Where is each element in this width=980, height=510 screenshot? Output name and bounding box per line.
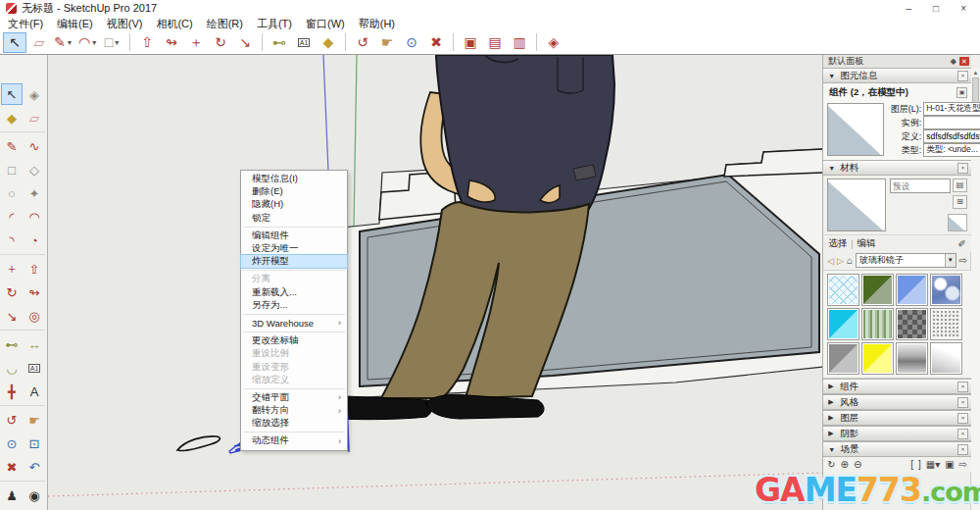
material-swatch-cyan-glass[interactable] — [827, 308, 859, 340]
definition-field[interactable] — [923, 129, 980, 143]
shadows-section-header[interactable]: ▶ 阴影 × — [823, 426, 971, 441]
select-tool[interactable]: ↖ — [3, 32, 26, 53]
menu-item-intersect-faces[interactable]: 交错平面› — [241, 391, 347, 404]
menu-file[interactable]: 文件(F) — [8, 17, 43, 31]
panel-menu-icon[interactable]: ⇨ — [959, 459, 967, 470]
rotated-rectangle-tool[interactable]: ◇ — [24, 159, 45, 180]
follow-me-tool[interactable]: ↬ — [160, 32, 183, 53]
line-tool[interactable]: ✎ — [1, 135, 23, 157]
maximize-button[interactable]: □ — [933, 1, 939, 16]
pie-tool[interactable]: ◔ — [24, 230, 45, 251]
push-pull-tool[interactable]: ⇧ — [24, 258, 45, 280]
freehand-tool[interactable]: ∿ — [24, 135, 45, 157]
text-tool[interactable]: A1 — [292, 32, 316, 53]
make-component-tool[interactable]: ◈ — [24, 83, 45, 105]
menu-tools[interactable]: 工具(T) — [257, 17, 292, 31]
material-swatch-white-mirror[interactable] — [930, 342, 962, 375]
3d-text-tool[interactable]: A — [24, 381, 45, 402]
menu-item-lock[interactable]: 锁定 — [241, 212, 347, 225]
close-button[interactable]: × — [960, 1, 966, 16]
type-dropdown[interactable]: 类型: <unde... ▼ — [923, 143, 980, 157]
section-close-icon[interactable]: × — [957, 397, 968, 408]
protractor-tool[interactable]: ◡ — [1, 357, 23, 379]
extension-warehouse-button[interactable]: ◈ — [542, 32, 565, 53]
collapse-triangle-icon[interactable]: ▼ — [828, 165, 836, 172]
text-tool[interactable]: A1 — [24, 357, 45, 379]
zoom-extents-tool[interactable]: ✖ — [424, 32, 448, 53]
menu-draw[interactable]: 绘图(R) — [207, 17, 243, 31]
collapse-triangle-icon[interactable]: ▼ — [828, 73, 836, 79]
circle-tool[interactable]: ○ — [1, 182, 23, 204]
entity-info-header[interactable]: ▼ 图元信息 × — [823, 68, 971, 83]
forward-arrow-icon[interactable]: ▷ — [837, 256, 844, 266]
delete-scene-icon[interactable]: ⊖ — [854, 459, 861, 470]
menu-item-change-axes[interactable]: 更改坐标轴 — [241, 334, 347, 347]
section-close-icon[interactable]: × — [957, 382, 968, 392]
rotate-tool[interactable]: ↻ — [1, 281, 23, 303]
details-toggle-icon[interactable]: ▣ — [956, 87, 967, 98]
menu-item-3d-warehouse[interactable]: 3D Warehouse› — [241, 317, 347, 330]
position-camera-tool[interactable]: ♟ — [1, 484, 23, 506]
tray-header[interactable]: 默认面板 ◆ ✕ — [823, 55, 971, 68]
look-around-tool[interactable]: ◉ — [24, 484, 45, 506]
material-swatch-yellow-glass[interactable] — [861, 342, 894, 375]
display-panes-icon[interactable]: ▤ — [953, 178, 967, 192]
menu-item-zoom-selection[interactable]: 缩放选择 — [241, 417, 347, 430]
arc-tool[interactable]: ◠▼ — [76, 32, 100, 53]
eraser-tool[interactable]: ▱ — [27, 32, 51, 53]
view-options-icon[interactable]: ▦▾ — [926, 459, 940, 470]
material-swatch-blue-glass[interactable] — [896, 274, 928, 306]
menu-window[interactable]: 窗口(W) — [306, 17, 345, 31]
polygon-tool[interactable]: ✦ — [24, 182, 45, 204]
create-material-icon[interactable]: ⊞ — [953, 195, 967, 209]
get-models-button[interactable]: ▣ — [459, 32, 482, 53]
update-scene-icon[interactable]: ↻ — [827, 459, 835, 470]
material-swatch-dark-weave[interactable] — [896, 308, 928, 340]
menu-item-save-as[interactable]: 另存为... — [241, 299, 347, 312]
arc-tool[interactable]: ◜ — [1, 206, 23, 228]
scale-tool[interactable]: ↘ — [1, 305, 23, 327]
orbit-tool[interactable]: ↺ — [351, 32, 374, 53]
eyedropper-icon[interactable]: ✐ — [958, 238, 966, 249]
tray-close-icon[interactable]: ✕ — [959, 57, 969, 66]
material-name-input[interactable] — [893, 181, 949, 191]
two-point-arc-tool[interactable]: ◠ — [24, 206, 45, 228]
zoom-window-tool[interactable]: ⊡ — [24, 433, 45, 454]
material-swatch-gray-glass[interactable] — [827, 342, 859, 375]
rotate-tool[interactable]: ↻ — [209, 32, 232, 53]
tape-measure-tool[interactable]: ⊷ — [268, 32, 291, 53]
collapse-triangle-icon[interactable]: ▶ — [828, 398, 836, 406]
material-swatch-metal-mirror[interactable] — [896, 342, 928, 375]
section-close-icon[interactable]: × — [957, 429, 968, 439]
three-point-arc-tool[interactable]: ◝ — [1, 230, 23, 251]
freehand-scribble[interactable] — [177, 436, 220, 451]
menu-item-erase[interactable]: 删除(E) — [241, 185, 347, 198]
definition-input[interactable] — [926, 131, 980, 141]
details-toggle-icon[interactable]: ▣ — [945, 459, 954, 470]
scroll-up-icon[interactable]: ▲ — [971, 68, 980, 76]
zoom-extents-tool[interactable]: ✖ — [1, 456, 23, 478]
styles-section-header[interactable]: ▶ 风格 × — [823, 394, 971, 410]
menu-item-model-info[interactable]: 模型信息(I) — [241, 173, 347, 185]
menu-item-hide[interactable]: 隐藏(H) — [241, 198, 347, 211]
pin-icon[interactable]: ◆ — [951, 57, 956, 66]
follow-me-tool[interactable]: ↬ — [24, 281, 45, 303]
instance-input[interactable] — [926, 118, 980, 128]
menu-item-edit-component[interactable]: 编辑组件 — [241, 230, 347, 242]
home-icon[interactable]: ⌂ — [847, 255, 853, 266]
menu-view[interactable]: 视图(V) — [107, 17, 143, 31]
move-tool[interactable]: ＋ — [1, 258, 23, 280]
menu-item-reload[interactable]: 重新载入... — [241, 286, 347, 299]
material-swatch-green-glass[interactable] — [861, 274, 894, 306]
zoom-tool[interactable]: ⊙ — [1, 433, 23, 454]
section-close-icon[interactable]: × — [957, 71, 968, 81]
pan-tool[interactable]: ☛ — [24, 409, 45, 431]
material-swatch-glass-lattice[interactable] — [827, 274, 859, 306]
paint-bucket-tool[interactable]: ◆ — [1, 107, 23, 128]
move-tool[interactable]: ＋ — [184, 32, 208, 53]
material-swatch-speckled-glass[interactable] — [930, 308, 962, 340]
back-arrow-icon[interactable]: ◁ — [827, 256, 834, 266]
section-close-icon[interactable]: × — [957, 413, 968, 424]
chevron-down-icon[interactable]: ▼ — [90, 39, 98, 46]
materials-header[interactable]: ▼ 材料 × — [823, 160, 971, 176]
